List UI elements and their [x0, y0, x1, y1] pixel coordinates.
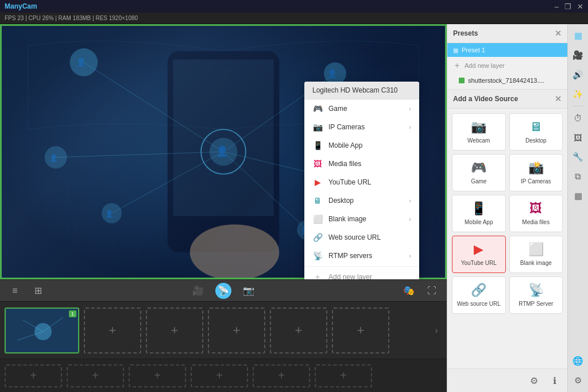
- mask-button[interactable]: 🎭: [401, 283, 417, 299]
- context-menu-header: Logitech HD Webcam C310: [304, 82, 419, 99]
- add-scene-3[interactable]: +: [146, 308, 203, 353]
- websource-icon: 🔗: [312, 232, 323, 243]
- game-arrow-icon: ›: [409, 105, 411, 112]
- menu-item-youtube-url[interactable]: ▶ YouTube URL: [304, 173, 419, 191]
- bottom-add-4[interactable]: +: [191, 364, 248, 387]
- websource-tile-icon: 🔗: [471, 283, 486, 298]
- add-layer-icon: ＋: [312, 272, 323, 279]
- source-tile-webcam[interactable]: 📷 Webcam: [452, 113, 506, 151]
- menu-item-web-source[interactable]: 🔗 Web source URL: [304, 228, 419, 247]
- right-icon-tool[interactable]: 🔧: [570, 149, 586, 165]
- menu-item-mobile-app[interactable]: 📱 Mobile App: [304, 136, 419, 155]
- websource-tile-label: Web source URL: [457, 301, 501, 308]
- scenes-scroll: 1 + + + + +: [5, 308, 426, 353]
- fullscreen-button[interactable]: ⛶: [424, 283, 440, 299]
- list-view-button[interactable]: ≡: [7, 283, 23, 299]
- close-button[interactable]: ✕: [577, 2, 583, 11]
- menu-item-add-layer[interactable]: ＋ Add new layer: [304, 268, 419, 279]
- video-source-header: Add a Video Source ✕: [447, 90, 567, 109]
- menu-item-youtube-label: YouTube URL: [328, 178, 411, 186]
- source-tile-mobile[interactable]: 📱 Mobile App: [452, 195, 506, 232]
- menu-item-rtmp-label: RTMP servers: [328, 252, 403, 260]
- stats-bar: FPS 23 | CPU 26% | RAM 183MB | RES 1920×…: [0, 13, 588, 24]
- layer-1-label: shutterstock_718442413....: [468, 77, 544, 84]
- add-scene-4[interactable]: +: [208, 308, 265, 353]
- add-scene-2[interactable]: +: [84, 308, 141, 353]
- record-button[interactable]: 🎥: [190, 283, 206, 299]
- right-icon-copy[interactable]: ⧉: [570, 168, 586, 185]
- game-tile-label: Game: [471, 178, 486, 185]
- blank-arrow-icon: ›: [409, 216, 411, 222]
- source-tile-ipcam[interactable]: 📸 IP Cameras: [509, 154, 563, 191]
- scene-thumb-background: [6, 309, 78, 352]
- preset-item-1[interactable]: ▦ Preset 1: [447, 43, 567, 57]
- grid-view-button[interactable]: ⊞: [30, 283, 46, 299]
- restore-button[interactable]: ❐: [564, 2, 571, 11]
- toolbar-center: 🎥 📡 📷: [190, 283, 257, 299]
- source-tile-desktop[interactable]: 🖥 Desktop: [509, 113, 563, 151]
- bottom-add-6[interactable]: +: [315, 364, 372, 387]
- scene-thumb-1[interactable]: 1: [5, 308, 79, 353]
- menu-item-media-files[interactable]: 🖼 Media files: [304, 155, 419, 173]
- right-icon-camera[interactable]: 🎥: [570, 47, 586, 63]
- layer-dot-icon: [459, 78, 465, 83]
- scroll-right-button[interactable]: ›: [431, 308, 442, 353]
- mobile-tile-label: Mobile App: [465, 219, 493, 226]
- layer-item-1[interactable]: shutterstock_718442413....: [447, 74, 567, 87]
- webcam-tile-icon: 📷: [471, 120, 486, 134]
- menu-item-game-label: Game: [328, 105, 403, 113]
- add-scene-5[interactable]: +: [270, 308, 327, 353]
- right-icon-settings[interactable]: ⚙: [570, 372, 586, 389]
- add-new-layer-label: Add new layer: [465, 62, 505, 69]
- desktop-tile-icon: 🖥: [529, 120, 542, 134]
- source-tile-websource[interactable]: 🔗 Web source URL: [452, 276, 506, 314]
- mobile-tile-icon: 📱: [471, 201, 486, 216]
- source-tile-blank[interactable]: ⬜ Blank image: [509, 236, 563, 273]
- minimize-button[interactable]: –: [555, 2, 559, 11]
- right-icon-clock[interactable]: ⏱: [570, 110, 586, 126]
- stats-text: FPS 23 | CPU 26% | RAM 183MB | RES 1920×…: [5, 15, 138, 21]
- rtmp-icon: 📡: [312, 251, 323, 261]
- svg-text:👤: 👤: [216, 145, 229, 157]
- stream-button[interactable]: 📡: [215, 283, 231, 299]
- webcam-tile-label: Webcam: [467, 137, 490, 144]
- menu-item-ip-cameras[interactable]: 📷 IP Cameras ›: [304, 118, 419, 136]
- bottom-add-5[interactable]: +: [253, 364, 310, 387]
- add-new-layer-button[interactable]: ＋ Add new layer: [447, 57, 567, 74]
- add-scene-6[interactable]: +: [332, 308, 389, 353]
- right-icon-audio[interactable]: 🔊: [570, 67, 586, 83]
- rtmp-tile-icon: 📡: [528, 283, 544, 298]
- bottom-add-2[interactable]: +: [67, 364, 124, 387]
- menu-item-blank-image[interactable]: ⬜ Blank image ›: [304, 210, 419, 228]
- source-tile-media[interactable]: 🖼 Media files: [509, 195, 563, 232]
- menu-item-desktop[interactable]: 🖥 Desktop ›: [304, 191, 419, 210]
- bottom-add-3[interactable]: +: [129, 364, 186, 387]
- right-icon-divider: [572, 106, 584, 106]
- menu-item-websource-label: Web source URL: [328, 233, 411, 241]
- bottom-row: + + + + + +: [0, 359, 447, 392]
- bottom-toolbar: ≡ ⊞ 🎥 📡 📷 🎭 ⛶: [0, 279, 447, 301]
- right-icon-globe[interactable]: 🌐: [570, 353, 586, 369]
- source-tile-youtube[interactable]: ▶ YouTube URL: [452, 236, 506, 273]
- right-icon-grid[interactable]: ▦: [570, 188, 586, 204]
- source-tile-game[interactable]: 🎮 Game: [452, 154, 506, 191]
- menu-item-mobile-label: Mobile App: [328, 141, 411, 149]
- source-tile-rtmp[interactable]: 📡 RTMP Server: [509, 276, 563, 314]
- right-icon-presets[interactable]: ▦: [570, 28, 586, 44]
- menu-item-desktop-label: Desktop: [328, 197, 403, 205]
- right-icon-effects[interactable]: ✨: [570, 86, 586, 102]
- snapshot-button[interactable]: 📷: [241, 283, 257, 299]
- center-panel: 👤 👤 👤 👤 👤 👤 👤 Logitech HD Webcam C310: [0, 24, 447, 392]
- menu-item-rtmp[interactable]: 📡 RTMP servers ›: [304, 247, 419, 265]
- titlebar: ManyCam – ❐ ✕: [0, 0, 588, 13]
- settings-icon-bottom[interactable]: ⚙: [526, 372, 542, 389]
- scenes-strip: 1 + + + + + ›: [0, 301, 447, 359]
- presets-close-button[interactable]: ✕: [555, 29, 562, 38]
- info-icon-bottom[interactable]: ℹ: [547, 372, 563, 389]
- right-icon-picture[interactable]: 🖼: [570, 129, 586, 145]
- titlebar-left: ManyCam: [5, 2, 37, 10]
- menu-item-game[interactable]: 🎮 Game ›: [304, 99, 419, 118]
- video-source-close-button[interactable]: ✕: [555, 94, 562, 103]
- bottom-add-1[interactable]: +: [5, 364, 62, 387]
- scene-badge: 1: [69, 310, 76, 317]
